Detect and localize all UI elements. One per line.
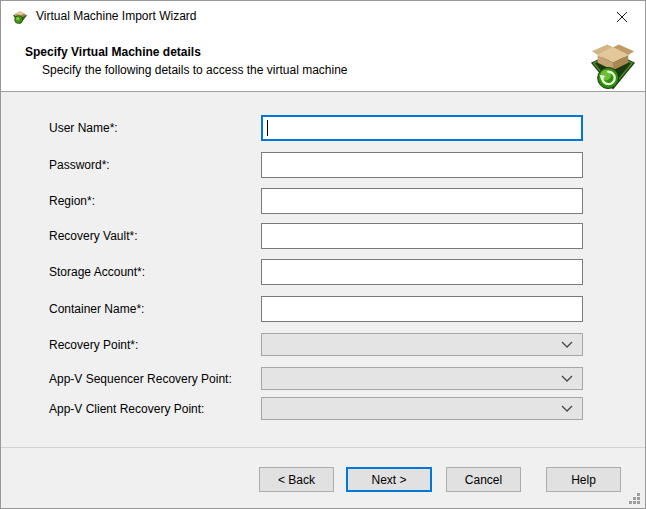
help-button[interactable]: Help (546, 467, 621, 492)
form-row: Storage Account*: (49, 259, 583, 285)
form-row: Password*: (49, 152, 583, 178)
wizard-header: Specify Virtual Machine details Specify … (1, 32, 645, 92)
recovery-vault-input[interactable] (261, 223, 583, 249)
recovery-vault-label: Recovery Vault*: (49, 229, 261, 243)
page-subtitle: Specify the following details to access … (42, 63, 348, 77)
form-row: User Name*: (49, 115, 583, 141)
dialog-window: Virtual Machine Import Wizard Specify Vi… (0, 0, 646, 509)
recovery-point-dropdown[interactable] (261, 333, 583, 356)
user-name-label: User Name*: (49, 121, 261, 135)
storage-account-input[interactable] (261, 259, 583, 285)
cancel-button[interactable]: Cancel (446, 467, 521, 492)
package-import-icon (12, 9, 28, 25)
chevron-down-icon (561, 375, 573, 382)
close-button[interactable] (599, 1, 645, 32)
window-title: Virtual Machine Import Wizard (36, 9, 197, 23)
close-icon (616, 11, 628, 23)
back-button[interactable]: < Back (259, 467, 334, 492)
form: User Name*:Password*:Region*:Recovery Va… (1, 93, 645, 447)
app-v-sequencer-recovery-point-dropdown[interactable] (261, 367, 583, 390)
chevron-down-icon (561, 405, 573, 412)
form-row: Recovery Point*: (49, 333, 583, 356)
password-label: Password*: (49, 158, 261, 172)
form-row: App-V Client Recovery Point: (49, 397, 583, 420)
region-input[interactable] (261, 188, 583, 214)
password-input[interactable] (261, 152, 583, 178)
next-button[interactable]: Next > (346, 467, 432, 492)
form-row: Recovery Vault*: (49, 223, 583, 249)
container-name-input[interactable] (261, 296, 583, 322)
resize-grip[interactable] (628, 492, 641, 505)
text-caret (267, 120, 268, 136)
app-v-client-recovery-point-dropdown[interactable] (261, 397, 583, 420)
app-v-client-recovery-point-label: App-V Client Recovery Point: (49, 402, 261, 416)
form-row: Container Name*: (49, 296, 583, 322)
app-v-sequencer-recovery-point-label: App-V Sequencer Recovery Point: (49, 372, 261, 386)
form-row: App-V Sequencer Recovery Point: (49, 367, 583, 390)
package-import-icon (590, 42, 636, 91)
titlebar: Virtual Machine Import Wizard (1, 1, 645, 32)
region-label: Region*: (49, 194, 261, 208)
recovery-point-label: Recovery Point*: (49, 338, 261, 352)
chevron-down-icon (561, 341, 573, 348)
storage-account-label: Storage Account*: (49, 265, 261, 279)
page-title: Specify Virtual Machine details (25, 45, 201, 59)
form-row: Region*: (49, 188, 583, 214)
user-name-input[interactable] (261, 115, 583, 141)
container-name-label: Container Name*: (49, 302, 261, 316)
